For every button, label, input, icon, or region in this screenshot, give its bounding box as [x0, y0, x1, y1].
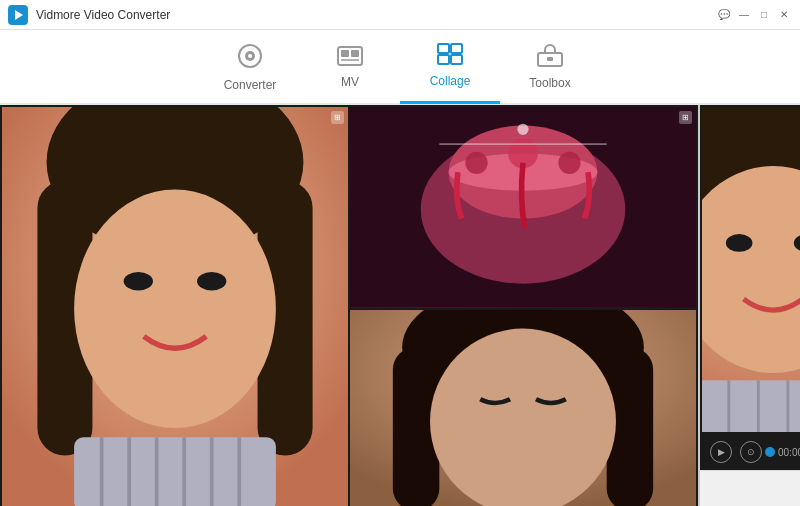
- svg-rect-6: [341, 50, 349, 57]
- window-controls: 💬 — □ ✕: [716, 7, 792, 23]
- svg-point-19: [74, 190, 276, 429]
- svg-point-20: [124, 272, 153, 290]
- svg-point-159: [702, 166, 800, 373]
- nav-bar: Converter MV Collage: [0, 30, 800, 105]
- svg-point-42: [430, 328, 616, 506]
- nav-mv-label: MV: [341, 75, 359, 89]
- app-title: Vidmore Video Converter: [36, 8, 716, 22]
- svg-point-160: [726, 234, 753, 252]
- nav-converter-label: Converter: [224, 78, 277, 92]
- nav-collage-label: Collage: [430, 74, 471, 88]
- app-logo: [8, 5, 28, 25]
- play-button[interactable]: ▶: [710, 441, 732, 463]
- svg-point-33: [465, 152, 487, 174]
- nav-mv[interactable]: MV: [300, 29, 400, 104]
- svg-point-37: [517, 124, 528, 135]
- preview-cell-cake: ⊞: [350, 107, 696, 308]
- svg-rect-22: [74, 437, 276, 506]
- svg-rect-162: [702, 380, 800, 432]
- nav-collage[interactable]: Collage: [400, 29, 500, 104]
- svg-rect-9: [438, 44, 449, 53]
- right-panel: ▶ ⊙ 00:00:03.17/00:00:44.05 🔊 Export: [700, 105, 800, 506]
- svg-rect-14: [547, 57, 553, 61]
- svg-point-4: [248, 54, 252, 58]
- svg-rect-12: [451, 55, 462, 64]
- right-preview-main: [702, 107, 800, 432]
- converter-icon: [236, 42, 264, 74]
- preview-icon-2: ⊞: [679, 111, 692, 124]
- minimize-button[interactable]: —: [736, 7, 752, 23]
- nav-toolbox-label: Toolbox: [529, 76, 570, 90]
- svg-point-35: [558, 152, 580, 174]
- right-playback-toolbar: ▶ ⊙ 00:00:03.17/00:00:44.05 🔊: [700, 434, 800, 470]
- svg-rect-10: [451, 44, 462, 53]
- preview-cell-face-1: ⊞: [2, 107, 348, 506]
- left-panel: ⊞: [0, 105, 700, 506]
- mv-icon: [336, 45, 364, 71]
- main-content: ⊞: [0, 105, 800, 506]
- maximize-button[interactable]: □: [756, 7, 772, 23]
- left-preview: ⊞: [0, 105, 698, 506]
- time-display: 00:00:03.17/00:00:44.05: [778, 447, 800, 458]
- nav-toolbox[interactable]: Toolbox: [500, 29, 600, 104]
- bottom-area: Export: [700, 470, 800, 506]
- title-bar: Vidmore Video Converter 💬 — □ ✕: [0, 0, 800, 30]
- collage-icon: [436, 42, 464, 70]
- right-preview: [700, 105, 800, 434]
- stop-button[interactable]: ⊙: [740, 441, 762, 463]
- close-button[interactable]: ✕: [776, 7, 792, 23]
- svg-rect-11: [438, 55, 449, 64]
- preview-cell-face-2: [350, 310, 696, 506]
- nav-converter[interactable]: Converter: [200, 29, 300, 104]
- svg-point-21: [197, 272, 226, 290]
- toolbox-icon: [536, 44, 564, 72]
- preview-icon-1: ⊞: [331, 111, 344, 124]
- svg-rect-7: [351, 50, 359, 57]
- chat-button[interactable]: 💬: [716, 7, 732, 23]
